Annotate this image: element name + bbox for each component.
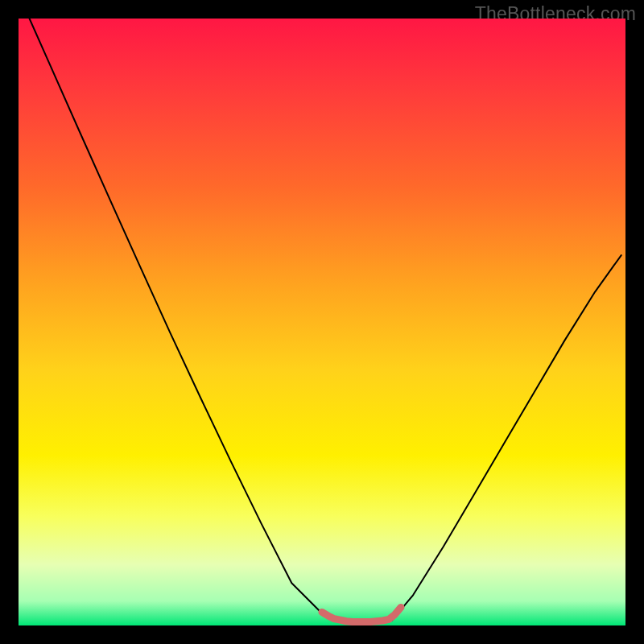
chart-svg — [19, 19, 625, 625]
chart-background — [19, 19, 625, 625]
chart-container: TheBottleneck.com — [0, 0, 644, 644]
